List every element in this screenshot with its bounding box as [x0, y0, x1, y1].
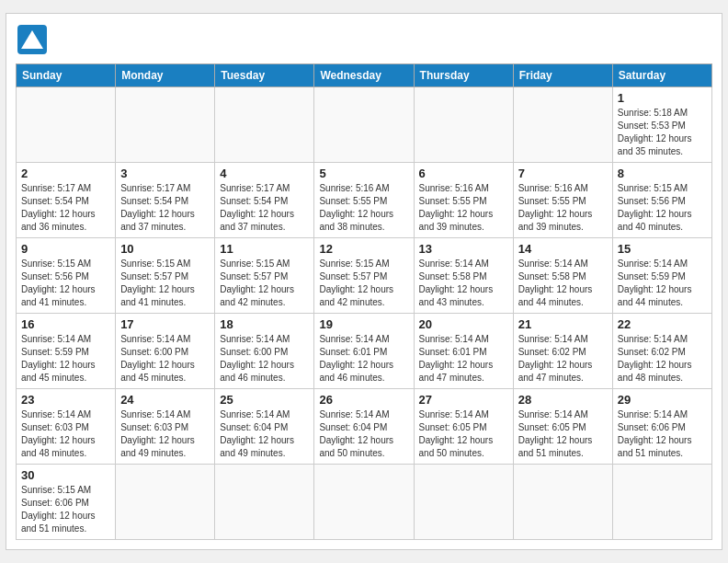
day-number: 21: [518, 317, 608, 331]
calendar-cell: 8Sunrise: 5:15 AM Sunset: 5:56 PM Daylig…: [612, 163, 711, 238]
calendar-cell: 5Sunrise: 5:16 AM Sunset: 5:55 PM Daylig…: [314, 163, 414, 238]
weekday-header: Sunday: [17, 64, 116, 87]
calendar-body: 1Sunrise: 5:18 AM Sunset: 5:53 PM Daylig…: [17, 87, 712, 540]
calendar-cell: 30Sunrise: 5:15 AM Sunset: 6:06 PM Dayli…: [17, 465, 116, 540]
day-number: 6: [419, 167, 508, 180]
calendar-cell: 27Sunrise: 5:14 AM Sunset: 6:05 PM Dayli…: [414, 389, 513, 465]
calendar-cell: 21Sunrise: 5:14 AM Sunset: 6:02 PM Dayli…: [513, 314, 612, 389]
calendar-table: SundayMondayTuesdayWednesdayThursdayFrid…: [16, 63, 712, 540]
day-number: 3: [120, 167, 210, 180]
calendar-cell: [314, 465, 414, 540]
day-number: 10: [120, 242, 210, 256]
day-number: 30: [21, 468, 110, 482]
day-info: Sunrise: 5:14 AM Sunset: 6:01 PM Dayligh…: [419, 333, 508, 385]
calendar-cell: 7Sunrise: 5:16 AM Sunset: 5:55 PM Daylig…: [513, 163, 612, 238]
calendar-cell: [314, 87, 414, 163]
calendar-cell: 2Sunrise: 5:17 AM Sunset: 5:54 PM Daylig…: [17, 163, 116, 238]
calendar-cell: [414, 87, 513, 163]
day-info: Sunrise: 5:14 AM Sunset: 5:58 PM Dayligh…: [419, 258, 508, 309]
calendar-container: SundayMondayTuesdayWednesdayThursdayFrid…: [6, 13, 722, 550]
calendar-week-row: 16Sunrise: 5:14 AM Sunset: 5:59 PM Dayli…: [17, 314, 712, 389]
calendar-cell: 4Sunrise: 5:17 AM Sunset: 5:54 PM Daylig…: [215, 163, 314, 238]
day-number: 1: [618, 91, 707, 105]
calendar-cell: 9Sunrise: 5:15 AM Sunset: 5:56 PM Daylig…: [17, 238, 116, 314]
day-info: Sunrise: 5:14 AM Sunset: 6:00 PM Dayligh…: [120, 333, 210, 385]
day-number: 5: [319, 167, 408, 180]
calendar-cell: 22Sunrise: 5:14 AM Sunset: 6:02 PM Dayli…: [612, 314, 711, 389]
calendar-cell: [215, 87, 314, 163]
day-number: 11: [220, 242, 309, 256]
calendar-cell: 23Sunrise: 5:14 AM Sunset: 6:03 PM Dayli…: [17, 389, 116, 465]
calendar-cell: 6Sunrise: 5:16 AM Sunset: 5:55 PM Daylig…: [414, 163, 513, 238]
logo-icon: [16, 23, 49, 56]
day-info: Sunrise: 5:14 AM Sunset: 6:03 PM Dayligh…: [21, 408, 110, 460]
logo: [16, 23, 54, 56]
day-info: Sunrise: 5:16 AM Sunset: 5:55 PM Dayligh…: [319, 182, 408, 234]
calendar-header-row: SundayMondayTuesdayWednesdayThursdayFrid…: [17, 64, 712, 87]
day-number: 28: [518, 393, 608, 407]
weekday-header: Saturday: [612, 64, 711, 87]
calendar-cell: [116, 465, 215, 540]
day-number: 29: [618, 393, 707, 407]
calendar-cell: 12Sunrise: 5:15 AM Sunset: 5:57 PM Dayli…: [314, 238, 414, 314]
calendar-week-row: 2Sunrise: 5:17 AM Sunset: 5:54 PM Daylig…: [17, 163, 712, 238]
calendar-cell: [17, 87, 116, 163]
calendar-cell: 15Sunrise: 5:14 AM Sunset: 5:59 PM Dayli…: [612, 238, 711, 314]
calendar-cell: [612, 465, 711, 540]
day-info: Sunrise: 5:14 AM Sunset: 6:02 PM Dayligh…: [618, 333, 707, 385]
day-info: Sunrise: 5:14 AM Sunset: 6:03 PM Dayligh…: [120, 408, 210, 460]
calendar-cell: 20Sunrise: 5:14 AM Sunset: 6:01 PM Dayli…: [414, 314, 513, 389]
weekday-header: Tuesday: [215, 64, 314, 87]
calendar-cell: 11Sunrise: 5:15 AM Sunset: 5:57 PM Dayli…: [215, 238, 314, 314]
day-number: 19: [319, 317, 408, 331]
calendar-cell: 1Sunrise: 5:18 AM Sunset: 5:53 PM Daylig…: [612, 87, 711, 163]
calendar-week-row: 1Sunrise: 5:18 AM Sunset: 5:53 PM Daylig…: [17, 87, 712, 163]
day-info: Sunrise: 5:17 AM Sunset: 5:54 PM Dayligh…: [21, 182, 110, 234]
day-number: 4: [220, 167, 309, 180]
day-number: 18: [220, 317, 309, 331]
day-number: 26: [319, 393, 408, 407]
day-info: Sunrise: 5:15 AM Sunset: 5:57 PM Dayligh…: [220, 258, 309, 309]
calendar-cell: 26Sunrise: 5:14 AM Sunset: 6:04 PM Dayli…: [314, 389, 414, 465]
day-info: Sunrise: 5:14 AM Sunset: 6:06 PM Dayligh…: [618, 408, 707, 460]
calendar-cell: 13Sunrise: 5:14 AM Sunset: 5:58 PM Dayli…: [414, 238, 513, 314]
day-info: Sunrise: 5:14 AM Sunset: 6:00 PM Dayligh…: [220, 333, 309, 385]
day-number: 17: [120, 317, 210, 331]
calendar-cell: 16Sunrise: 5:14 AM Sunset: 5:59 PM Dayli…: [17, 314, 116, 389]
day-info: Sunrise: 5:15 AM Sunset: 5:56 PM Dayligh…: [21, 258, 110, 309]
day-number: 7: [518, 167, 608, 180]
calendar-cell: [414, 465, 513, 540]
weekday-row: SundayMondayTuesdayWednesdayThursdayFrid…: [17, 64, 712, 87]
day-info: Sunrise: 5:14 AM Sunset: 6:01 PM Dayligh…: [319, 333, 408, 385]
day-number: 27: [419, 393, 508, 407]
day-info: Sunrise: 5:14 AM Sunset: 5:59 PM Dayligh…: [618, 258, 707, 309]
calendar-cell: 28Sunrise: 5:14 AM Sunset: 6:05 PM Dayli…: [513, 389, 612, 465]
day-info: Sunrise: 5:15 AM Sunset: 5:57 PM Dayligh…: [319, 258, 408, 309]
day-number: 13: [419, 242, 508, 256]
weekday-header: Friday: [513, 64, 612, 87]
day-number: 14: [518, 242, 608, 256]
day-info: Sunrise: 5:17 AM Sunset: 5:54 PM Dayligh…: [120, 182, 210, 234]
day-info: Sunrise: 5:14 AM Sunset: 5:59 PM Dayligh…: [21, 333, 110, 385]
day-info: Sunrise: 5:17 AM Sunset: 5:54 PM Dayligh…: [220, 182, 309, 234]
calendar-week-row: 9Sunrise: 5:15 AM Sunset: 5:56 PM Daylig…: [17, 238, 712, 314]
day-info: Sunrise: 5:15 AM Sunset: 5:56 PM Dayligh…: [618, 182, 707, 234]
day-number: 8: [618, 167, 707, 180]
day-info: Sunrise: 5:16 AM Sunset: 5:55 PM Dayligh…: [419, 182, 508, 234]
day-number: 20: [419, 317, 508, 331]
calendar-cell: 19Sunrise: 5:14 AM Sunset: 6:01 PM Dayli…: [314, 314, 414, 389]
calendar-cell: 25Sunrise: 5:14 AM Sunset: 6:04 PM Dayli…: [215, 389, 314, 465]
day-info: Sunrise: 5:15 AM Sunset: 6:06 PM Dayligh…: [21, 484, 110, 535]
day-number: 9: [21, 242, 110, 256]
day-info: Sunrise: 5:16 AM Sunset: 5:55 PM Dayligh…: [518, 182, 608, 234]
calendar-cell: [513, 87, 612, 163]
day-number: 25: [220, 393, 309, 407]
day-info: Sunrise: 5:15 AM Sunset: 5:57 PM Dayligh…: [120, 258, 210, 309]
weekday-header: Thursday: [414, 64, 513, 87]
calendar-week-row: 30Sunrise: 5:15 AM Sunset: 6:06 PM Dayli…: [17, 465, 712, 540]
day-info: Sunrise: 5:14 AM Sunset: 5:58 PM Dayligh…: [518, 258, 608, 309]
calendar-cell: 24Sunrise: 5:14 AM Sunset: 6:03 PM Dayli…: [116, 389, 215, 465]
day-number: 22: [618, 317, 707, 331]
day-info: Sunrise: 5:18 AM Sunset: 5:53 PM Dayligh…: [618, 107, 707, 158]
calendar-cell: 17Sunrise: 5:14 AM Sunset: 6:00 PM Dayli…: [116, 314, 215, 389]
